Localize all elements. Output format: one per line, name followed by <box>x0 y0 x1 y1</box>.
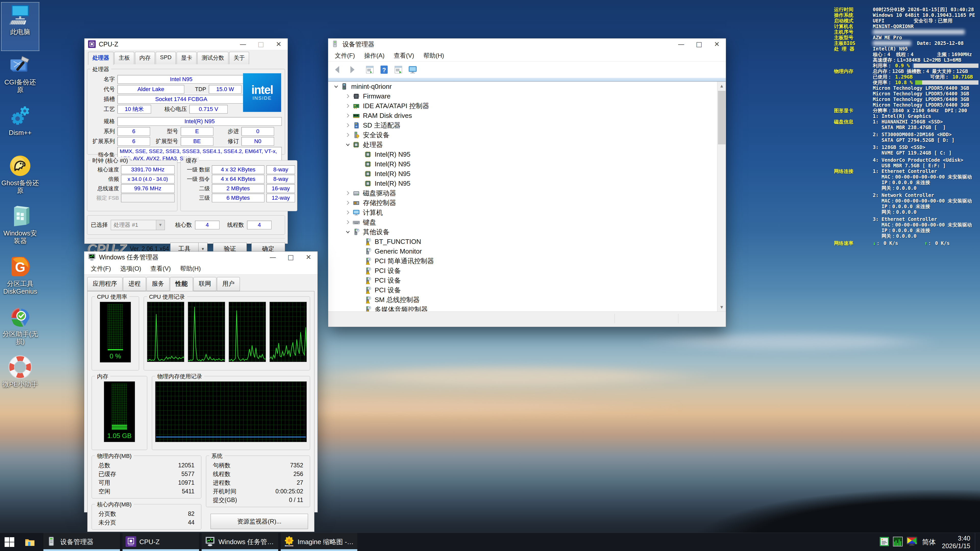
console-list-icon[interactable] <box>364 64 375 76</box>
tab-显卡[interactable]: 显卡 <box>177 52 197 64</box>
minimize-icon[interactable]: — <box>672 38 690 50</box>
tree-item-minint-q0rionr[interactable]: minint-q0rionr <box>328 82 726 91</box>
tab-服务[interactable]: 服务 <box>146 277 169 291</box>
cpuz-tray-icon[interactable] <box>879 537 889 548</box>
tab-关于[interactable]: 关于 <box>229 52 249 64</box>
device-manager-titlebar[interactable]: 设备管理器 — □ ✕ <box>328 38 726 50</box>
back-icon[interactable] <box>332 64 344 76</box>
menu-帮助(H)[interactable]: 帮助(H) <box>419 50 449 62</box>
tree-item--[interactable]: 计算机 <box>328 208 726 218</box>
action-list-icon[interactable] <box>393 64 404 76</box>
forward-icon[interactable] <box>346 64 358 76</box>
chevron-right-icon[interactable] <box>344 209 352 216</box>
chevron-right-icon[interactable] <box>344 189 352 197</box>
resource-monitor-button[interactable]: 资源监视器(R)... <box>210 514 308 529</box>
chevron-right-icon[interactable] <box>344 122 352 129</box>
desktop-icon-windows-installer[interactable]: Windows安装器 <box>1 203 39 252</box>
tree-item--[interactable]: ?其他设备 <box>328 227 726 237</box>
close-icon[interactable]: ✕ <box>708 38 726 50</box>
chevron-down-icon[interactable] <box>344 228 352 235</box>
remote-computer-icon[interactable] <box>407 64 418 76</box>
tree-item-pci-[interactable]: ?!PCI 设备 <box>328 275 726 285</box>
tab-处理器[interactable]: 处理器 <box>88 52 114 65</box>
desktop-icon-partition-assistant[interactable]: 分区助手(无损) <box>1 304 39 353</box>
desktop-icon-diskgenius[interactable]: G分区工具DiskGenius <box>1 254 39 303</box>
start-button[interactable] <box>0 533 19 551</box>
scrollbar-thumb[interactable] <box>718 91 725 144</box>
tab-主板[interactable]: 主板 <box>115 52 134 64</box>
menu-文件(F)[interactable]: 文件(F) <box>330 50 360 62</box>
menu-查看(V)[interactable]: 查看(V) <box>389 50 419 62</box>
tree-item-bt_function[interactable]: ?!BT_FUNCTION <box>328 237 726 246</box>
tree-item--[interactable]: 安全设备 <box>328 130 726 140</box>
chevron-right-icon[interactable] <box>344 112 352 119</box>
taskbar-button--[interactable]: 设备管理器 <box>43 533 120 551</box>
tree-item-pci-[interactable]: ?!PCI 设备 <box>328 266 726 275</box>
taskbar-button-windows-[interactable]: Windows 任务管理... <box>202 533 278 551</box>
tree-item-ram-disk-drives[interactable]: RAM Disk drives <box>328 111 726 121</box>
tree-item-ide-ata-atapi-[interactable]: IDE ATA/ATAPI 控制器 <box>328 101 726 111</box>
tab-内存[interactable]: 内存 <box>135 52 155 64</box>
desktop-icon-ghost-backup[interactable]: Ghost备份还原 <box>1 153 39 202</box>
menu-操作(A)[interactable]: 操作(A) <box>360 50 389 62</box>
tab-进程[interactable]: 进程 <box>123 277 146 291</box>
show-desktop-button[interactable] <box>975 533 977 551</box>
tree-item--[interactable]: 处理器 <box>328 140 726 149</box>
scroll-down-icon[interactable]: ▼ <box>718 303 726 311</box>
tab-测试分数[interactable]: 测试分数 <box>197 52 228 64</box>
file-explorer-button[interactable] <box>19 533 41 551</box>
desktop-icon-this-pc[interactable]: 此电脑 <box>1 2 39 51</box>
chevron-right-icon[interactable] <box>344 219 352 226</box>
close-icon[interactable]: ✕ <box>300 251 318 263</box>
close-icon[interactable]: ✕ <box>270 38 288 50</box>
ime-indicator[interactable]: 简体 <box>922 537 936 547</box>
desktop-icon-cgi-backup[interactable]: CGI备份还原 <box>1 52 39 101</box>
chevron-down-icon[interactable] <box>332 83 340 90</box>
tab-应用程序[interactable]: 应用程序 <box>87 277 123 291</box>
tab-SPD[interactable]: SPD <box>156 52 176 64</box>
tree-item-intel-r-n95[interactable]: Intel(R) N95 <box>328 159 726 169</box>
vertical-scrollbar[interactable]: ▲ ▼ <box>717 82 726 311</box>
tab-用户[interactable]: 用户 <box>217 277 240 291</box>
tree-item-intel-r-n95[interactable]: Intel(R) N95 <box>328 169 726 179</box>
tree-item--[interactable]: ?!多媒体音频控制器 <box>328 305 726 311</box>
desktop-icon-dism[interactable]: Dism++ <box>1 103 39 152</box>
help-icon[interactable]: ? <box>378 64 390 76</box>
tree-item--[interactable]: 存储控制器 <box>328 198 726 208</box>
maximize-icon[interactable]: □ <box>690 38 708 50</box>
taskbar-button-imagine-[interactable]: IMAGINEImagine 缩略图 - [... <box>281 533 357 551</box>
tab-联网[interactable]: 联网 <box>193 277 216 291</box>
tab-性能[interactable]: 性能 <box>170 277 193 292</box>
taskbar-button-cpu-z[interactable]: CPU-Z <box>123 533 199 551</box>
minimize-icon[interactable]: — <box>264 251 282 263</box>
task-manager-titlebar[interactable]: Windows 任务管理器 — □ ✕ <box>84 251 318 263</box>
menu-文件(F)[interactable]: 文件(F) <box>86 263 116 275</box>
chevron-right-icon[interactable] <box>344 102 352 110</box>
chevron-right-icon[interactable] <box>344 199 352 206</box>
tree-item-sd-[interactable]: SD 主适配器 <box>328 121 726 130</box>
tree-item--[interactable]: 键盘 <box>328 218 726 227</box>
chevron-right-icon[interactable] <box>344 93 352 100</box>
tree-item--[interactable]: 磁盘驱动器 <box>328 188 726 198</box>
menu-帮助(H)[interactable]: 帮助(H) <box>175 263 205 275</box>
cpuz-titlebar[interactable]: CPU-Z — □ ✕ <box>84 38 288 50</box>
scroll-up-icon[interactable]: ▲ <box>718 82 726 90</box>
tree-item-intel-r-n95[interactable]: Intel(R) N95 <box>328 149 726 159</box>
desktop-icon-wepe-helper[interactable]: 微PE小助手 <box>1 354 39 403</box>
processor-select[interactable]: 处理器 #1▼ <box>111 220 165 230</box>
display-tray-icon[interactable] <box>906 537 918 548</box>
tree-item-pci-[interactable]: ?!PCI 简单通讯控制器 <box>328 256 726 266</box>
maximize-icon[interactable]: □ <box>282 251 300 263</box>
taskbar-clock[interactable]: 3:40 2026/1/15 <box>942 534 970 550</box>
tree-item-pci-[interactable]: ?!PCI 设备 <box>328 285 726 295</box>
tree-item-firmware[interactable]: Firmware <box>328 91 726 101</box>
tree-item-intel-r-n95[interactable]: Intel(R) N95 <box>328 179 726 188</box>
cpu-meter-tray-icon[interactable] <box>893 537 903 548</box>
minimize-icon[interactable]: — <box>234 38 252 50</box>
maximize-icon[interactable]: □ <box>252 38 270 50</box>
menu-选项(O)[interactable]: 选项(O) <box>116 263 146 275</box>
chevron-right-icon[interactable] <box>344 131 352 138</box>
chevron-down-icon[interactable] <box>344 141 352 148</box>
tree-item-sm-[interactable]: ?!SM 总线控制器 <box>328 295 726 305</box>
tree-item-generic-monitor[interactable]: ?Generic Monitor <box>328 246 726 256</box>
